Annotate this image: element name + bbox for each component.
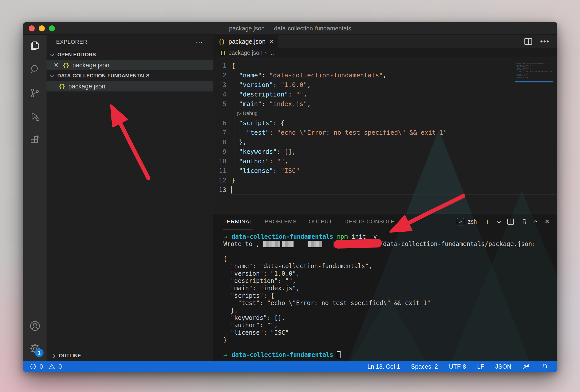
outline-section[interactable]: OUTLINE xyxy=(47,350,213,361)
vscode-window: package.json — data-collection-fundament… xyxy=(23,22,557,372)
codelens-debug[interactable]: ▷ Debug xyxy=(213,109,557,118)
code-line: 4 "description": "", xyxy=(213,89,557,99)
status-bar: 0 0 Ln 13, Col 1 Spaces: 2 UTF-8 LF JSON xyxy=(23,361,557,372)
minimap[interactable]: { "name": "data-collection-fundamentals"… xyxy=(515,61,553,82)
language-mode-status[interactable]: JSON xyxy=(495,363,511,370)
chevron-down-icon xyxy=(50,52,54,56)
accounts-icon[interactable] xyxy=(27,318,43,334)
terminal-line: }, xyxy=(223,307,557,314)
settings-badge: 1 xyxy=(35,349,44,357)
warning-count: 0 xyxy=(58,363,62,370)
code-line: 11 "license": "ISC" xyxy=(213,166,557,175)
chevron-separator: › xyxy=(265,50,267,56)
editor-group: {} package.json ✕ ••• {} package.json › … xyxy=(213,35,557,361)
json-file-icon: {} xyxy=(59,83,65,89)
zoom-window-button[interactable] xyxy=(49,25,55,31)
code-line: 10 "author": "", xyxy=(213,156,557,166)
encoding-status[interactable]: UTF-8 xyxy=(449,363,466,370)
prompt-cwd: data-collection-fundamentals xyxy=(231,233,333,240)
tab-problems[interactable]: PROBLEMS xyxy=(265,214,297,229)
terminal-json-output: { "name": "data-collection-fundamentals"… xyxy=(223,255,557,344)
wrote-to-text: Wrote to , xyxy=(223,240,260,248)
cursor-position-status[interactable]: Ln 13, Col 1 xyxy=(367,363,400,370)
indentation-status[interactable]: Spaces: 2 xyxy=(411,363,438,370)
terminal-line: "name": "data-collection-fundamentals", xyxy=(223,263,557,270)
split-editor-icon[interactable] xyxy=(524,38,532,45)
code-line: 9 "keywords": [], xyxy=(213,147,557,156)
notifications-bell-icon[interactable] xyxy=(541,363,549,370)
run-debug-icon[interactable] xyxy=(27,109,43,125)
tab-output[interactable]: OUTPUT xyxy=(309,214,332,229)
terminal-line: { xyxy=(223,255,557,262)
code-line: 12} xyxy=(213,175,557,185)
code-line: 13 xyxy=(213,185,557,194)
terminal-line: "license": "ISC" xyxy=(223,329,557,336)
terminal-line: "description": "", xyxy=(223,277,557,284)
tab-debug-console[interactable]: DEBUG CONSOLE xyxy=(344,214,395,229)
maximize-panel-icon[interactable] xyxy=(534,220,537,224)
explorer-sidebar: EXPLORER ⋯ OPEN EDITORS ✕ {} package.jso… xyxy=(47,35,213,361)
editor-more-actions-icon[interactable]: ••• xyxy=(540,37,550,46)
code-editor[interactable]: 1{2 "name": "data-collection-fundamental… xyxy=(213,57,557,214)
close-panel-icon[interactable]: ✕ xyxy=(545,218,550,225)
file-package-json[interactable]: {} package.json xyxy=(47,81,213,91)
pixelated-redaction xyxy=(282,241,294,247)
tab-bar: {} package.json ✕ ••• xyxy=(213,35,557,48)
split-terminal-icon[interactable] xyxy=(507,219,514,225)
feedback-icon[interactable] xyxy=(522,363,530,370)
tab-close-icon[interactable]: ✕ xyxy=(269,38,274,45)
terminal-line: "test": "echo \"Error: no test specified… xyxy=(223,300,557,307)
terminal-shell-icon[interactable]: > xyxy=(457,218,464,225)
eol-status[interactable]: LF xyxy=(477,363,484,370)
code-line: 1{ xyxy=(213,61,557,70)
terminal-line: "author": "", xyxy=(223,322,557,329)
json-file-icon: {} xyxy=(218,38,225,45)
tab-package-json[interactable]: {} package.json ✕ xyxy=(213,35,278,48)
code-lines: 1{2 "name": "data-collection-fundamental… xyxy=(213,57,557,194)
close-window-button[interactable] xyxy=(29,25,35,31)
activity-bar: 1 xyxy=(23,35,47,361)
explorer-more-actions[interactable]: ⋯ xyxy=(196,38,203,46)
terminal-line: } xyxy=(223,336,557,344)
chevron-right-icon xyxy=(52,354,56,358)
breadcrumb[interactable]: {} package.json › ... xyxy=(213,48,557,57)
minimap-current-line xyxy=(515,81,553,82)
settings-gear-icon[interactable]: 1 xyxy=(27,340,43,357)
search-icon[interactable] xyxy=(27,61,43,77)
terminal-dropdown-icon[interactable] xyxy=(497,220,501,223)
editor-cursor xyxy=(231,186,232,193)
kill-terminal-trash-icon[interactable] xyxy=(521,218,528,225)
terminal-line: "keywords": [], xyxy=(223,314,557,321)
tab-terminal[interactable]: TERMINAL xyxy=(223,214,253,229)
open-editor-package-json[interactable]: ✕ {} package.json xyxy=(47,60,213,70)
pixelated-redaction xyxy=(308,241,322,247)
command-npm: npm xyxy=(337,233,348,240)
json-file-icon: {} xyxy=(63,62,69,68)
close-editor-icon[interactable]: ✕ xyxy=(53,62,60,69)
extensions-icon[interactable] xyxy=(27,132,43,148)
source-control-icon[interactable] xyxy=(27,85,43,101)
terminal-panel: TERMINAL PROBLEMS OUTPUT DEBUG CONSOLE >… xyxy=(213,214,557,361)
prompt-arrow: → xyxy=(223,351,227,358)
pixelated-redaction xyxy=(263,241,280,247)
code-line: 6 "scripts": { xyxy=(213,118,557,128)
code-line: 5 "main": "index.js", xyxy=(213,99,557,109)
window-title: package.json — data-collection-fundament… xyxy=(229,25,351,32)
minimize-window-button[interactable] xyxy=(39,25,45,31)
new-terminal-icon[interactable]: ＋ xyxy=(484,217,491,226)
problems-status[interactable]: 0 0 xyxy=(30,363,62,370)
terminal-cursor xyxy=(337,351,341,358)
open-editors-section[interactable]: OPEN EDITORS xyxy=(47,49,213,60)
explorer-icon[interactable] xyxy=(27,38,43,54)
warnings-icon xyxy=(48,363,55,370)
code-line: 8 }, xyxy=(213,137,557,147)
prompt-cwd: data-collection-fundamentals xyxy=(231,351,333,358)
terminal-content[interactable]: →data-collection-fundamentals npm init -… xyxy=(213,229,557,361)
shell-name[interactable]: zsh xyxy=(468,218,477,225)
folder-section[interactable]: DATA-COLLECTION-FUNDAMENTALS xyxy=(47,70,213,81)
sidebar-title: EXPLORER xyxy=(56,39,87,45)
wrote-path-text: /data-collection-fundamentals/package.js… xyxy=(379,240,535,248)
terminal-line: "main": "index.js", xyxy=(223,285,557,292)
code-line: 2 "name": "data-collection-fundamentals"… xyxy=(213,70,557,80)
terminal-line: "scripts": { xyxy=(223,292,557,299)
